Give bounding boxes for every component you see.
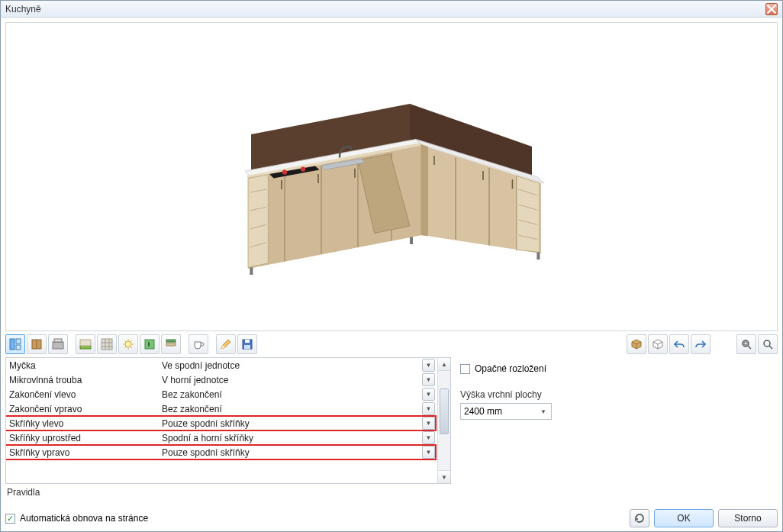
cup-icon (192, 338, 205, 350)
zoom-button[interactable] (758, 334, 778, 354)
refresh-icon (633, 512, 646, 524)
edge-icon (165, 338, 177, 350)
reverse-layout-checkbox[interactable] (460, 364, 470, 374)
zoom-fit-button[interactable] (736, 334, 756, 354)
content-area: MyčkaVe spodní jednotce▼Mikrovlnná troub… (1, 18, 782, 505)
property-row: Skříňky uprostředSpodní a horní skříňky▼ (6, 430, 437, 445)
svg-rect-32 (536, 252, 540, 260)
property-value: Pouze spodní skříňky (162, 447, 433, 458)
scroll-up-button[interactable]: ▲ (438, 358, 450, 371)
light-button[interactable] (118, 334, 138, 354)
toolbar-left-group (5, 334, 257, 354)
redo-button[interactable] (691, 334, 710, 354)
cube-button[interactable] (648, 334, 668, 354)
svg-rect-53 (166, 340, 176, 342)
cup-button[interactable] (188, 334, 208, 354)
svg-rect-40 (16, 339, 21, 343)
property-dropdown-button[interactable]: ▼ (422, 388, 435, 401)
property-value: Spodní a horní skříňky (162, 433, 433, 443)
svg-point-59 (764, 340, 770, 347)
property-row: Skříňky vpravoPouze spodní skříňky▼ (6, 445, 437, 459)
property-value: Bez zakončení (162, 389, 433, 400)
svg-rect-56 (244, 345, 250, 349)
ok-button[interactable]: OK (654, 509, 714, 527)
properties-panel: MyčkaVe spodní jednotce▼Mikrovlnná troub… (5, 357, 451, 501)
svg-rect-48 (102, 339, 112, 350)
cancel-button[interactable]: Storno (718, 509, 778, 527)
scrollbar[interactable]: ▲ ▼ (437, 358, 450, 483)
svg-marker-16 (517, 176, 540, 252)
cabinet-icon (31, 338, 43, 350)
svg-rect-44 (53, 342, 63, 349)
zoom-icon (762, 338, 774, 350)
kitchen-button[interactable] (48, 334, 68, 354)
svg-rect-45 (54, 339, 62, 342)
scroll-thumb[interactable] (440, 389, 449, 434)
reverse-layout-row: Opačné rozložení (460, 363, 775, 374)
property-value: Bez zakončení (162, 404, 433, 414)
close-button[interactable] (765, 3, 778, 15)
svg-rect-58 (744, 342, 747, 345)
reverse-layout-label: Opačné rozložení (475, 363, 546, 374)
counter-icon (79, 338, 92, 350)
svg-rect-55 (245, 340, 250, 343)
property-value: Ve spodní jednotce (162, 360, 433, 371)
chevron-down-icon: ▼ (537, 405, 549, 418)
svg-point-28 (301, 166, 305, 171)
box-icon (630, 338, 643, 350)
svg-rect-52 (166, 343, 176, 346)
counter-button[interactable] (76, 334, 95, 354)
refresh-button[interactable] (630, 509, 649, 527)
property-label: Skříňky uprostřed (9, 433, 162, 443)
close-icon (766, 3, 777, 15)
top-height-label: Výška vrchní plochy (460, 389, 775, 400)
dialog-footer: Automatická obnova na stránce OK Storno (1, 505, 782, 531)
scroll-down-button[interactable]: ▼ (438, 470, 450, 483)
properties-rows: MyčkaVe spodní jednotce▼Mikrovlnná troub… (6, 358, 450, 483)
property-dropdown-button[interactable]: ▼ (422, 446, 435, 459)
pencil-button[interactable] (216, 334, 236, 354)
property-label: Skříňky vlevo (9, 418, 162, 429)
handle-button[interactable] (140, 334, 160, 354)
svg-rect-30 (250, 267, 253, 275)
top-height-value: 2400 mm (464, 406, 502, 417)
lower-panels: MyčkaVe spodní jednotce▼Mikrovlnná troub… (5, 357, 778, 501)
auto-refresh-checkbox[interactable] (5, 514, 15, 524)
property-dropdown-button[interactable]: ▼ (422, 402, 435, 415)
box-button[interactable] (627, 334, 646, 354)
pencil-icon (220, 338, 232, 350)
properties-status: Pravidla (5, 484, 451, 501)
svg-marker-21 (248, 174, 268, 267)
property-dropdown-button[interactable]: ▼ (422, 431, 435, 444)
property-dropdown-button[interactable]: ▼ (422, 417, 435, 430)
handle-icon (143, 338, 156, 350)
property-label: Skříňky vpravo (9, 447, 162, 458)
top-height-combo[interactable]: 2400 mm ▼ (460, 403, 552, 420)
svg-point-49 (125, 341, 131, 347)
property-value: V horní jednotce (162, 375, 433, 385)
grid-button[interactable] (97, 334, 117, 354)
preview-3d[interactable] (5, 22, 778, 331)
property-row: MyčkaVe spodní jednotce▼ (6, 358, 437, 372)
auto-refresh-label: Automatická obnova na stránce (20, 513, 148, 524)
light-icon (122, 338, 134, 350)
redo-icon (694, 338, 707, 350)
cabinet-button[interactable] (27, 334, 47, 354)
properties-scroll: MyčkaVe spodní jednotce▼Mikrovlnná troub… (5, 357, 451, 484)
toolbar-right-group (627, 334, 710, 354)
property-value: Pouze spodní skříňky (162, 418, 433, 429)
property-row: Zakončení vlevoBez zakončení▼ (6, 387, 437, 401)
save-icon (241, 338, 253, 350)
view-layout-button[interactable] (5, 334, 25, 354)
undo-button[interactable] (669, 334, 689, 354)
svg-rect-39 (10, 339, 14, 350)
property-label: Zakončení vpravo (9, 404, 162, 414)
property-dropdown-button[interactable]: ▼ (422, 373, 435, 386)
kitchen-icon (52, 338, 64, 350)
property-label: Myčka (9, 360, 162, 371)
save-button[interactable] (237, 334, 257, 354)
edge-button[interactable] (161, 334, 181, 354)
toolbar-far-right-group (736, 334, 778, 354)
property-dropdown-button[interactable]: ▼ (422, 359, 435, 372)
titlebar: Kuchyně (1, 1, 782, 18)
